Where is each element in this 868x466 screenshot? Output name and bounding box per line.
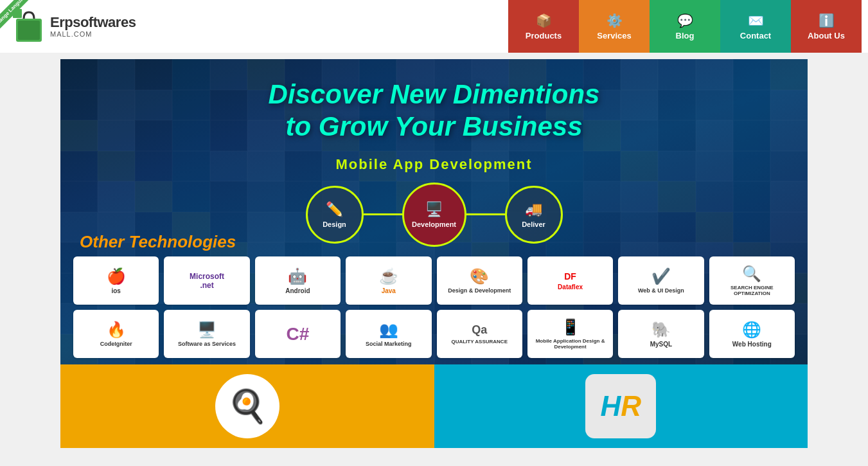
deliver-label: Deliver — [522, 220, 545, 228]
tech-card-design-dev: 🎨 Design & Development — [437, 256, 522, 305]
circle-deliver: 🚚 Deliver — [505, 186, 563, 244]
tech-card-dataflex: DF Dataflex — [527, 256, 613, 305]
products-icon: 📦 — [536, 13, 552, 28]
saas-label: Software as Services — [178, 341, 236, 347]
dotnet-icon: Microsoft.net — [190, 272, 224, 290]
codeigniter-icon: 🔥 — [107, 321, 126, 339]
java-label: Java — [382, 287, 396, 294]
about-label: About Us — [808, 31, 845, 40]
android-label: Android — [285, 287, 310, 294]
header: Change Language Erpsoftwares MALL.COM 📦 … — [0, 0, 868, 53]
seo-icon: 🔍 — [742, 265, 761, 283]
hr-letter-r: R — [621, 390, 641, 422]
mobile-label: Mobile Application Design & Development — [531, 338, 610, 350]
codeigniter-label: CodeIgniter — [100, 341, 132, 347]
hr-letter-h: H — [600, 390, 621, 422]
tech-card-saas: 🖥️ Software as Services — [164, 310, 249, 358]
tech-card-seo: 🔍 SEARCH ENGINE OPTIMIZATION — [709, 256, 795, 305]
tech-card-qa: Qa QUALITY ASSURANCE — [437, 310, 522, 358]
csharp-icon: C# — [287, 324, 310, 345]
nav-item-products[interactable]: 📦 Products — [508, 0, 579, 53]
tech-card-dotnet: Microsoft.net — [164, 256, 249, 305]
dataflex-label: Dataflex — [558, 283, 583, 291]
social-label: Social Marketing — [366, 341, 412, 347]
nav-item-services[interactable]: ⚙️ Services — [579, 0, 650, 53]
banner-content: Discover New Dimentions to Grow Your Bus… — [60, 59, 808, 247]
logo-sub: MALL.COM — [50, 30, 136, 38]
tech-card-android: 🤖 Android — [255, 256, 341, 305]
social-icon: 👥 — [379, 321, 398, 339]
java-icon: ☕ — [379, 267, 398, 285]
bottom-sections: 🍳 H R — [60, 364, 808, 448]
banner-title-line1: Discover New Dimentions — [86, 78, 782, 111]
dev-circles: ✏️ Design 🖥️ Development 🚚 Deliver — [86, 183, 782, 247]
deliver-icon: 🚚 — [525, 201, 542, 218]
banner-subtitle-section: Mobile App Development ✏️ Design 🖥️ Deve… — [86, 156, 782, 247]
banner: // Generate mosaic cells document.curren… — [60, 59, 808, 364]
nav-menu: 📦 Products ⚙️ Services 💬 Blog ✉️ Contact… — [508, 0, 862, 53]
web-ui-icon: ✔️ — [651, 267, 671, 285]
services-label: Services — [597, 31, 632, 40]
chef-icon-area: 🍳 — [215, 374, 279, 438]
hr-badge: H R — [585, 374, 656, 438]
mobile-icon: 📱 — [561, 318, 580, 336]
development-icon: 🖥️ — [425, 201, 443, 218]
tech-card-csharp: C# — [255, 310, 341, 358]
design-icon: ✏️ — [326, 201, 343, 218]
logo-name: Erpsoftwares — [50, 15, 136, 30]
nav-item-blog[interactable]: 💬 Blog — [650, 0, 720, 53]
dataflex-icon: DF — [564, 271, 576, 282]
ios-icon: 🍎 — [107, 267, 126, 285]
dev-line-1 — [364, 213, 402, 215]
mysql-icon: 🐘 — [651, 321, 671, 339]
design-label: Design — [323, 220, 346, 228]
hosting-icon: 🌐 — [742, 321, 761, 339]
saas-icon: 🖥️ — [197, 321, 217, 339]
tech-card-java: ☕ Java — [346, 256, 431, 305]
chef-icon: 🍳 — [227, 388, 267, 425]
blog-icon: 💬 — [677, 13, 693, 28]
android-icon: 🤖 — [288, 267, 307, 285]
tech-card-mysql: 🐘 MySQL — [618, 310, 704, 358]
dev-line-2 — [466, 213, 505, 215]
bottom-left: 🍳 — [60, 364, 434, 448]
design-dev-label: Design & Development — [448, 287, 511, 294]
circle-design: ✏️ Design — [306, 186, 364, 244]
qa-label: QUALITY ASSURANCE — [451, 339, 508, 345]
banner-title: Discover New Dimentions to Grow Your Bus… — [86, 78, 782, 143]
contact-label: Contact — [740, 31, 771, 40]
tech-card-social: 👥 Social Marketing — [346, 310, 431, 358]
nav-item-about[interactable]: ℹ️ About Us — [791, 0, 862, 53]
logo-text: Erpsoftwares MALL.COM — [50, 15, 136, 38]
tech-grid: 🍎 ios Microsoft.net 🤖 Android ☕ Java 🎨 D… — [60, 250, 808, 364]
seo-label: SEARCH ENGINE OPTIMIZATION — [713, 285, 792, 296]
about-icon: ℹ️ — [819, 13, 835, 28]
tech-card-codeigniter: 🔥 CodeIgniter — [73, 310, 159, 358]
tech-card-hosting: 🌐 Web Hosting — [709, 310, 795, 358]
hosting-label: Web Hosting — [732, 341, 772, 348]
tech-card-ios: 🍎 ios — [73, 256, 159, 305]
banner-title-line2: to Grow Your Business — [86, 111, 782, 143]
design-dev-icon: 🎨 — [470, 267, 489, 285]
nav-item-contact[interactable]: ✉️ Contact — [720, 0, 791, 53]
tech-card-mobile: 📱 Mobile Application Design & Developmen… — [527, 310, 613, 358]
ios-label: ios — [111, 287, 120, 294]
blog-label: Blog — [676, 31, 695, 40]
tech-card-web-ui: ✔️ Web & UI Design — [618, 256, 704, 305]
corner-ribbon: Change Language — [0, 0, 39, 39]
contact-icon: ✉️ — [748, 13, 764, 28]
circle-development: 🖥️ Development — [402, 183, 466, 247]
mysql-label: MySQL — [650, 341, 672, 348]
change-language-label[interactable]: Change Language — [0, 0, 30, 30]
qa-icon: Qa — [472, 323, 487, 337]
development-label: Development — [412, 220, 456, 228]
banner-subtitle: Mobile App Development — [86, 156, 782, 173]
products-label: Products — [526, 31, 562, 40]
web-ui-label: Web & UI Design — [638, 287, 684, 294]
services-icon: ⚙️ — [607, 13, 623, 28]
bottom-right: H R — [434, 364, 808, 448]
